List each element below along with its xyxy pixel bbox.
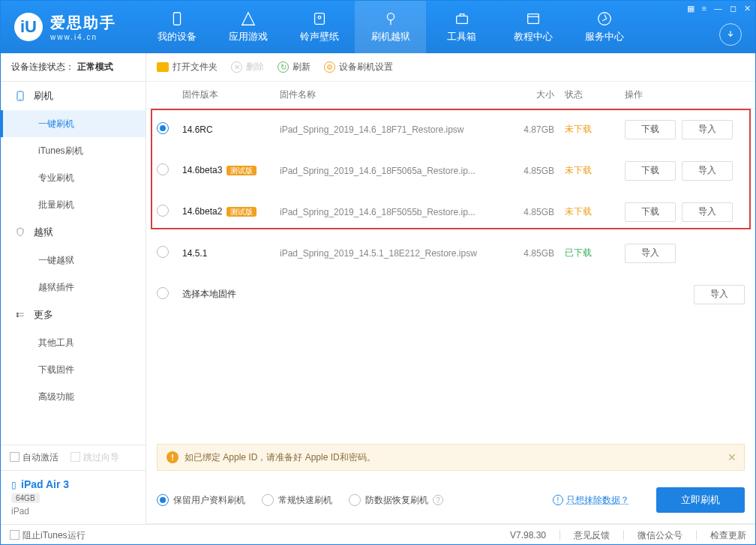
mode-anti-recovery[interactable]: 防数据恢复刷机? <box>349 494 443 507</box>
col-status: 状态 <box>565 88 625 101</box>
download-button[interactable]: 下载 <box>625 120 676 139</box>
nav-label: 服务中心 <box>585 30 624 43</box>
sidebar-item[interactable]: 越狱插件 <box>1 274 146 301</box>
main-nav: 我的设备应用游戏铃声壁纸刷机越狱工具箱教程中心服务中心 <box>141 1 640 53</box>
status-value: 正常模式 <box>77 61 113 73</box>
firmware-name: iPad_Spring_2019_14.6_18F71_Restore.ipsw <box>280 124 512 135</box>
import-button[interactable]: 导入 <box>682 202 733 222</box>
help-icon[interactable]: ? <box>433 495 443 505</box>
firmware-row[interactable]: 14.6beta3测试版iPad_Spring_2019_14.6_18F506… <box>146 150 755 191</box>
connection-status: 设备连接状态： 正常模式 <box>1 53 146 82</box>
group-icon <box>14 90 26 102</box>
feedback-link[interactable]: 意见反馈 <box>574 529 610 542</box>
menu-icon[interactable]: ▦ <box>687 4 694 13</box>
tip-close-button[interactable]: ✕ <box>728 451 736 463</box>
app-title: 爱思助手 <box>50 13 116 33</box>
beta-badge: 测试版 <box>226 166 256 175</box>
download-button[interactable]: 下载 <box>625 202 676 222</box>
firmware-row[interactable]: 14.5.1iPad_Spring_2019_14.5.1_18E212_Res… <box>146 232 755 274</box>
auto-activate-checkbox[interactable]: 自动激活 <box>10 451 58 464</box>
open-folder-button[interactable]: 打开文件夹 <box>157 61 218 73</box>
block-itunes-checkbox[interactable]: 阻止iTunes运行 <box>10 529 86 542</box>
download-manager-button[interactable] <box>719 23 742 46</box>
group-icon <box>14 309 26 321</box>
sidebar-item[interactable]: 专业刷机 <box>1 164 146 191</box>
firmware-row[interactable]: 14.6RCiPad_Spring_2019_14.6_18F71_Restor… <box>146 109 755 150</box>
firmware-size: 4.85GB <box>512 248 565 259</box>
col-ops: 操作 <box>625 88 745 101</box>
svg-point-3 <box>387 13 394 20</box>
col-version: 固件版本 <box>182 88 280 101</box>
nav-item-1[interactable]: 应用游戏 <box>212 1 284 53</box>
firmware-radio[interactable] <box>157 122 169 134</box>
nav-item-6[interactable]: 服务中心 <box>568 1 640 53</box>
flash-now-button[interactable]: 立即刷机 <box>656 487 745 513</box>
main-content: 打开文件夹 ✕删除 ↻刷新 ⚙设备刷机设置 固件版本 固件名称 大小 状态 操作… <box>146 53 755 524</box>
close-icon[interactable]: ✕ <box>744 4 751 13</box>
check-update-link[interactable]: 检查更新 <box>710 529 746 542</box>
import-button[interactable]: 导入 <box>625 244 676 263</box>
sidebar-item[interactable]: 高级功能 <box>1 383 146 410</box>
firmware-version: 14.6beta3 <box>182 165 222 175</box>
nav-item-0[interactable]: 我的设备 <box>141 1 212 53</box>
col-name: 固件名称 <box>280 88 512 101</box>
nav-label: 应用游戏 <box>229 30 268 43</box>
nav-icon <box>240 10 256 27</box>
tip-text: 如已绑定 Apple ID，请准备好 Apple ID和密码。 <box>184 451 376 464</box>
nav-icon <box>382 10 399 27</box>
warning-icon: ! <box>166 451 178 463</box>
sidebar-item[interactable]: iTunes刷机 <box>1 137 146 164</box>
pin-icon[interactable]: ≡ <box>702 4 706 13</box>
firmware-name: iPad_Spring_2019_14.6_18F5055b_Restore.i… <box>280 207 512 217</box>
mode-keep-data[interactable]: 保留用户资料刷机 <box>157 494 245 507</box>
skip-guide-checkbox[interactable]: 跳过向导 <box>70 451 119 464</box>
sidebar-item[interactable]: 下载固件 <box>1 356 146 383</box>
svg-point-2 <box>318 16 321 19</box>
maximize-icon[interactable]: ◻ <box>730 4 736 13</box>
status-label: 设备连接状态： <box>11 61 74 73</box>
firmware-version: 14.6RC <box>182 124 213 135</box>
nav-item-4[interactable]: 工具箱 <box>426 1 497 53</box>
info-icon: ! <box>553 495 563 505</box>
device-panel[interactable]: ▯iPad Air 3 64GB iPad <box>1 470 146 524</box>
sidebar-group-0[interactable]: 刷机 <box>1 82 146 110</box>
import-button[interactable]: 导入 <box>694 285 745 304</box>
sidebar-item[interactable]: 批量刷机 <box>1 191 146 218</box>
firmware-row[interactable]: 14.6beta2测试版iPad_Spring_2019_14.6_18F505… <box>146 191 755 232</box>
flash-mode-row: 保留用户资料刷机 常规快速刷机 防数据恢复刷机? !只想抹除数据？ 立即刷机 <box>146 477 755 524</box>
tip-bar: ! 如已绑定 Apple ID，请准备好 Apple ID和密码。 ✕ <box>157 444 745 471</box>
erase-data-link[interactable]: !只想抹除数据？ <box>553 494 629 507</box>
nav-item-2[interactable]: 铃声壁纸 <box>284 1 355 53</box>
download-button[interactable]: 下载 <box>625 161 676 181</box>
table-header: 固件版本 固件名称 大小 状态 操作 <box>146 82 755 109</box>
wechat-link[interactable]: 微信公众号 <box>638 529 682 542</box>
nav-label: 教程中心 <box>514 30 553 43</box>
firmware-name: iPad_Spring_2019_14.6_18F5065a_Restore.i… <box>280 166 512 176</box>
group-label: 刷机 <box>34 89 53 103</box>
minimize-icon[interactable]: — <box>714 4 722 13</box>
flash-settings-button[interactable]: ⚙设备刷机设置 <box>324 61 393 73</box>
sidebar-item[interactable]: 一键越狱 <box>1 247 146 274</box>
firmware-radio[interactable] <box>157 205 169 217</box>
import-button[interactable]: 导入 <box>682 120 733 139</box>
sidebar-group-1[interactable]: 越狱 <box>1 218 146 247</box>
local-firmware-row[interactable]: 选择本地固件导入 <box>146 274 755 315</box>
nav-icon <box>311 10 328 27</box>
sidebar-group-2[interactable]: 更多 <box>1 301 146 329</box>
sidebar-item[interactable]: 其他工具 <box>1 329 146 356</box>
nav-icon <box>525 10 542 27</box>
firmware-status: 未下载 <box>565 164 625 177</box>
firmware-radio[interactable] <box>157 246 169 258</box>
mode-fast[interactable]: 常规快速刷机 <box>262 494 332 507</box>
delete-button[interactable]: ✕删除 <box>231 61 264 73</box>
sidebar: 设备连接状态： 正常模式 刷机一键刷机iTunes刷机专业刷机批量刷机越狱一键越… <box>1 53 146 524</box>
firmware-radio[interactable] <box>157 163 169 175</box>
nav-icon <box>454 10 470 27</box>
refresh-button[interactable]: ↻刷新 <box>278 61 310 73</box>
firmware-radio[interactable] <box>157 287 169 299</box>
sidebar-item[interactable]: 一键刷机 <box>1 110 146 137</box>
nav-item-3[interactable]: 刷机越狱 <box>355 1 426 53</box>
version-label: V7.98.30 <box>510 530 546 541</box>
nav-item-5[interactable]: 教程中心 <box>497 1 568 53</box>
import-button[interactable]: 导入 <box>682 161 733 181</box>
